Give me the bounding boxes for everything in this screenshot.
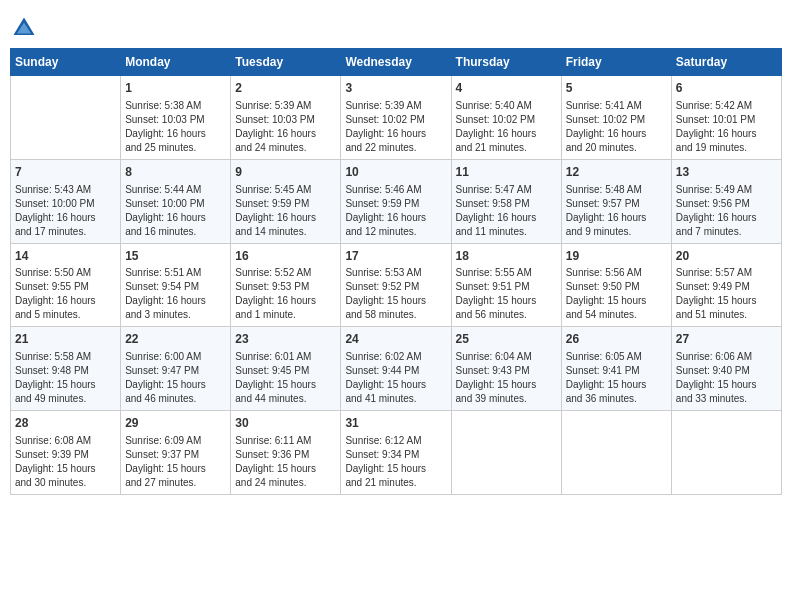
day-number: 4 <box>456 80 557 97</box>
cell-content: Sunrise: 5:38 AM Sunset: 10:03 PM Daylig… <box>125 99 226 155</box>
calendar-cell: 24Sunrise: 6:02 AM Sunset: 9:44 PM Dayli… <box>341 327 451 411</box>
day-number: 9 <box>235 164 336 181</box>
cell-content: Sunrise: 5:44 AM Sunset: 10:00 PM Daylig… <box>125 183 226 239</box>
calendar-cell <box>671 411 781 495</box>
week-row-5: 28Sunrise: 6:08 AM Sunset: 9:39 PM Dayli… <box>11 411 782 495</box>
day-number: 19 <box>566 248 667 265</box>
cell-content: Sunrise: 5:52 AM Sunset: 9:53 PM Dayligh… <box>235 266 336 322</box>
cell-content: Sunrise: 6:06 AM Sunset: 9:40 PM Dayligh… <box>676 350 777 406</box>
calendar-cell: 2Sunrise: 5:39 AM Sunset: 10:03 PM Dayli… <box>231 76 341 160</box>
day-number: 17 <box>345 248 446 265</box>
col-header-tuesday: Tuesday <box>231 49 341 76</box>
week-row-1: 1Sunrise: 5:38 AM Sunset: 10:03 PM Dayli… <box>11 76 782 160</box>
col-header-saturday: Saturday <box>671 49 781 76</box>
calendar-cell <box>561 411 671 495</box>
calendar-cell: 10Sunrise: 5:46 AM Sunset: 9:59 PM Dayli… <box>341 159 451 243</box>
cell-content: Sunrise: 5:42 AM Sunset: 10:01 PM Daylig… <box>676 99 777 155</box>
cell-content: Sunrise: 5:51 AM Sunset: 9:54 PM Dayligh… <box>125 266 226 322</box>
cell-content: Sunrise: 5:58 AM Sunset: 9:48 PM Dayligh… <box>15 350 116 406</box>
day-number: 16 <box>235 248 336 265</box>
calendar-table: SundayMondayTuesdayWednesdayThursdayFrid… <box>10 48 782 495</box>
calendar-cell: 28Sunrise: 6:08 AM Sunset: 9:39 PM Dayli… <box>11 411 121 495</box>
day-number: 24 <box>345 331 446 348</box>
cell-content: Sunrise: 5:57 AM Sunset: 9:49 PM Dayligh… <box>676 266 777 322</box>
calendar-cell: 17Sunrise: 5:53 AM Sunset: 9:52 PM Dayli… <box>341 243 451 327</box>
logo-icon <box>10 14 38 42</box>
calendar-cell: 8Sunrise: 5:44 AM Sunset: 10:00 PM Dayli… <box>121 159 231 243</box>
day-number: 25 <box>456 331 557 348</box>
cell-content: Sunrise: 6:08 AM Sunset: 9:39 PM Dayligh… <box>15 434 116 490</box>
calendar-cell: 7Sunrise: 5:43 AM Sunset: 10:00 PM Dayli… <box>11 159 121 243</box>
calendar-cell: 23Sunrise: 6:01 AM Sunset: 9:45 PM Dayli… <box>231 327 341 411</box>
day-number: 5 <box>566 80 667 97</box>
cell-content: Sunrise: 6:01 AM Sunset: 9:45 PM Dayligh… <box>235 350 336 406</box>
cell-content: Sunrise: 5:49 AM Sunset: 9:56 PM Dayligh… <box>676 183 777 239</box>
calendar-cell: 15Sunrise: 5:51 AM Sunset: 9:54 PM Dayli… <box>121 243 231 327</box>
calendar-cell: 22Sunrise: 6:00 AM Sunset: 9:47 PM Dayli… <box>121 327 231 411</box>
day-number: 30 <box>235 415 336 432</box>
day-number: 2 <box>235 80 336 97</box>
cell-content: Sunrise: 6:02 AM Sunset: 9:44 PM Dayligh… <box>345 350 446 406</box>
cell-content: Sunrise: 6:11 AM Sunset: 9:36 PM Dayligh… <box>235 434 336 490</box>
cell-content: Sunrise: 6:04 AM Sunset: 9:43 PM Dayligh… <box>456 350 557 406</box>
page-header <box>10 10 782 42</box>
cell-content: Sunrise: 5:47 AM Sunset: 9:58 PM Dayligh… <box>456 183 557 239</box>
cell-content: Sunrise: 5:53 AM Sunset: 9:52 PM Dayligh… <box>345 266 446 322</box>
day-number: 7 <box>15 164 116 181</box>
cell-content: Sunrise: 5:56 AM Sunset: 9:50 PM Dayligh… <box>566 266 667 322</box>
logo <box>10 14 42 42</box>
day-number: 31 <box>345 415 446 432</box>
day-number: 22 <box>125 331 226 348</box>
cell-content: Sunrise: 5:55 AM Sunset: 9:51 PM Dayligh… <box>456 266 557 322</box>
day-number: 23 <box>235 331 336 348</box>
calendar-header: SundayMondayTuesdayWednesdayThursdayFrid… <box>11 49 782 76</box>
calendar-cell: 3Sunrise: 5:39 AM Sunset: 10:02 PM Dayli… <box>341 76 451 160</box>
day-number: 8 <box>125 164 226 181</box>
cell-content: Sunrise: 5:39 AM Sunset: 10:02 PM Daylig… <box>345 99 446 155</box>
cell-content: Sunrise: 6:09 AM Sunset: 9:37 PM Dayligh… <box>125 434 226 490</box>
calendar-cell: 26Sunrise: 6:05 AM Sunset: 9:41 PM Dayli… <box>561 327 671 411</box>
day-number: 29 <box>125 415 226 432</box>
cell-content: Sunrise: 5:45 AM Sunset: 9:59 PM Dayligh… <box>235 183 336 239</box>
calendar-cell <box>451 411 561 495</box>
calendar-cell: 31Sunrise: 6:12 AM Sunset: 9:34 PM Dayli… <box>341 411 451 495</box>
day-number: 3 <box>345 80 446 97</box>
week-row-3: 14Sunrise: 5:50 AM Sunset: 9:55 PM Dayli… <box>11 243 782 327</box>
cell-content: Sunrise: 5:48 AM Sunset: 9:57 PM Dayligh… <box>566 183 667 239</box>
week-row-2: 7Sunrise: 5:43 AM Sunset: 10:00 PM Dayli… <box>11 159 782 243</box>
calendar-cell: 13Sunrise: 5:49 AM Sunset: 9:56 PM Dayli… <box>671 159 781 243</box>
day-number: 20 <box>676 248 777 265</box>
calendar-cell: 21Sunrise: 5:58 AM Sunset: 9:48 PM Dayli… <box>11 327 121 411</box>
col-header-wednesday: Wednesday <box>341 49 451 76</box>
calendar-cell: 6Sunrise: 5:42 AM Sunset: 10:01 PM Dayli… <box>671 76 781 160</box>
cell-content: Sunrise: 5:40 AM Sunset: 10:02 PM Daylig… <box>456 99 557 155</box>
day-number: 14 <box>15 248 116 265</box>
col-header-thursday: Thursday <box>451 49 561 76</box>
day-number: 11 <box>456 164 557 181</box>
cell-content: Sunrise: 5:41 AM Sunset: 10:02 PM Daylig… <box>566 99 667 155</box>
col-header-sunday: Sunday <box>11 49 121 76</box>
day-number: 21 <box>15 331 116 348</box>
day-number: 10 <box>345 164 446 181</box>
day-number: 1 <box>125 80 226 97</box>
cell-content: Sunrise: 6:12 AM Sunset: 9:34 PM Dayligh… <box>345 434 446 490</box>
day-number: 18 <box>456 248 557 265</box>
col-header-friday: Friday <box>561 49 671 76</box>
calendar-cell: 9Sunrise: 5:45 AM Sunset: 9:59 PM Daylig… <box>231 159 341 243</box>
calendar-cell: 30Sunrise: 6:11 AM Sunset: 9:36 PM Dayli… <box>231 411 341 495</box>
cell-content: Sunrise: 5:43 AM Sunset: 10:00 PM Daylig… <box>15 183 116 239</box>
day-number: 15 <box>125 248 226 265</box>
cell-content: Sunrise: 5:50 AM Sunset: 9:55 PM Dayligh… <box>15 266 116 322</box>
calendar-cell: 20Sunrise: 5:57 AM Sunset: 9:49 PM Dayli… <box>671 243 781 327</box>
calendar-cell: 19Sunrise: 5:56 AM Sunset: 9:50 PM Dayli… <box>561 243 671 327</box>
day-number: 28 <box>15 415 116 432</box>
calendar-cell: 12Sunrise: 5:48 AM Sunset: 9:57 PM Dayli… <box>561 159 671 243</box>
col-header-monday: Monday <box>121 49 231 76</box>
cell-content: Sunrise: 6:05 AM Sunset: 9:41 PM Dayligh… <box>566 350 667 406</box>
day-number: 6 <box>676 80 777 97</box>
day-number: 26 <box>566 331 667 348</box>
cell-content: Sunrise: 5:46 AM Sunset: 9:59 PM Dayligh… <box>345 183 446 239</box>
cell-content: Sunrise: 5:39 AM Sunset: 10:03 PM Daylig… <box>235 99 336 155</box>
calendar-cell: 25Sunrise: 6:04 AM Sunset: 9:43 PM Dayli… <box>451 327 561 411</box>
week-row-4: 21Sunrise: 5:58 AM Sunset: 9:48 PM Dayli… <box>11 327 782 411</box>
